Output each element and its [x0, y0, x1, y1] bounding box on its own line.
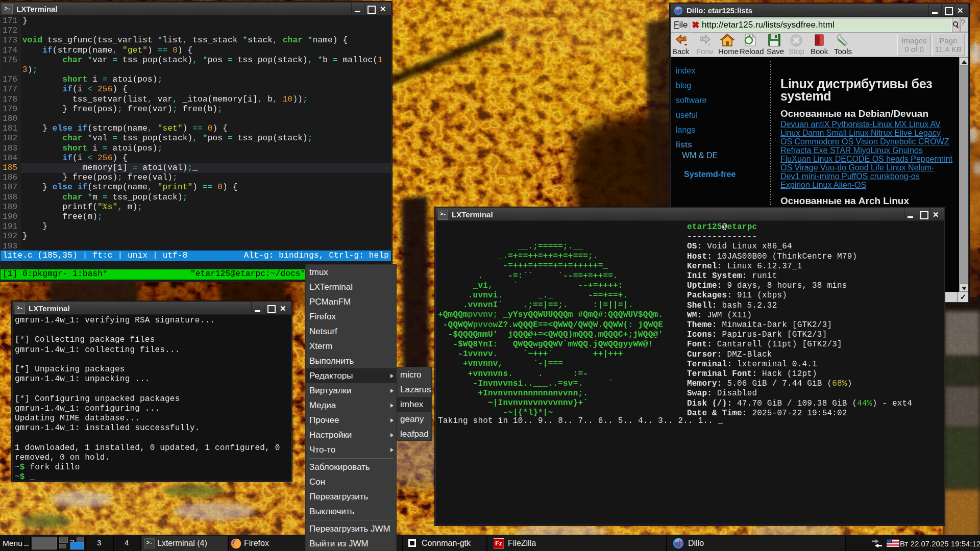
svg-text:d: d — [676, 539, 681, 548]
svg-text:d: d — [677, 7, 681, 15]
